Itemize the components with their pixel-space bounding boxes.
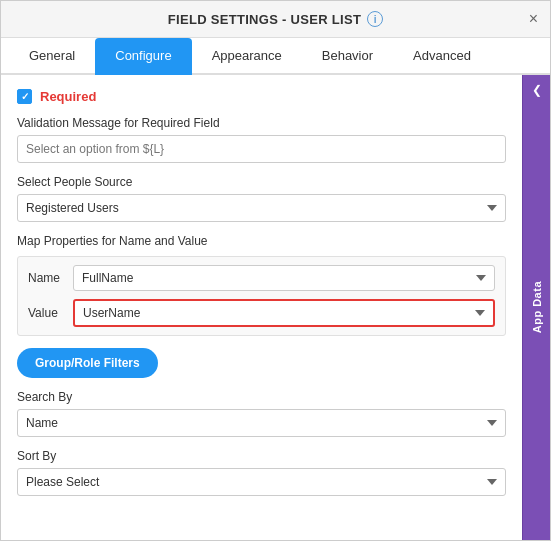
people-source-label: Select People Source	[17, 175, 506, 189]
app-data-label: App Data	[531, 281, 543, 333]
map-value-row: Value UserName	[28, 299, 495, 327]
people-source-group: Select People Source Registered Users	[17, 175, 506, 222]
sort-by-select[interactable]: Please Select	[17, 468, 506, 496]
tab-behavior[interactable]: Behavior	[302, 38, 393, 75]
required-row: Required	[17, 89, 506, 104]
tab-configure[interactable]: Configure	[95, 38, 191, 75]
map-name-select[interactable]: FullName	[73, 265, 495, 291]
people-source-select[interactable]: Registered Users	[17, 194, 506, 222]
map-name-row: Name FullName	[28, 265, 495, 291]
dialog-title: FIELD SETTINGS - USER LIST	[168, 12, 361, 27]
map-properties-label: Map Properties for Name and Value	[17, 234, 506, 248]
map-name-select-wrapper: FullName	[73, 265, 495, 291]
map-table: Name FullName Value UserName	[17, 256, 506, 336]
tab-general[interactable]: General	[9, 38, 95, 75]
close-button[interactable]: ×	[529, 11, 538, 27]
app-data-panel[interactable]: ❮ App Data	[522, 75, 550, 540]
main-content: Required Validation Message for Required…	[1, 75, 522, 540]
content-area: Required Validation Message for Required…	[1, 75, 550, 540]
info-icon[interactable]: i	[367, 11, 383, 27]
search-by-label: Search By	[17, 390, 506, 404]
map-value-select[interactable]: UserName	[73, 299, 495, 327]
required-label: Required	[40, 89, 96, 104]
map-properties-section: Map Properties for Name and Value Name F…	[17, 234, 506, 336]
field-settings-dialog: FIELD SETTINGS - USER LIST i × General C…	[0, 0, 551, 541]
title-bar: FIELD SETTINGS - USER LIST i ×	[1, 1, 550, 38]
required-checkbox[interactable]	[17, 89, 32, 104]
panel-arrow-icon: ❮	[532, 83, 542, 97]
validation-input[interactable]	[17, 135, 506, 163]
search-by-select[interactable]: Name	[17, 409, 506, 437]
group-role-btn[interactable]: Group/Role Filters	[17, 348, 158, 378]
search-by-group: Search By Name	[17, 390, 506, 437]
map-value-key: Value	[28, 306, 73, 320]
sort-by-group: Sort By Please Select	[17, 449, 506, 496]
map-name-key: Name	[28, 271, 73, 285]
tab-advanced[interactable]: Advanced	[393, 38, 491, 75]
validation-group: Validation Message for Required Field	[17, 116, 506, 163]
map-value-select-wrapper: UserName	[73, 299, 495, 327]
sort-by-label: Sort By	[17, 449, 506, 463]
validation-label: Validation Message for Required Field	[17, 116, 506, 130]
tab-bar: General Configure Appearance Behavior Ad…	[1, 38, 550, 75]
tab-appearance[interactable]: Appearance	[192, 38, 302, 75]
